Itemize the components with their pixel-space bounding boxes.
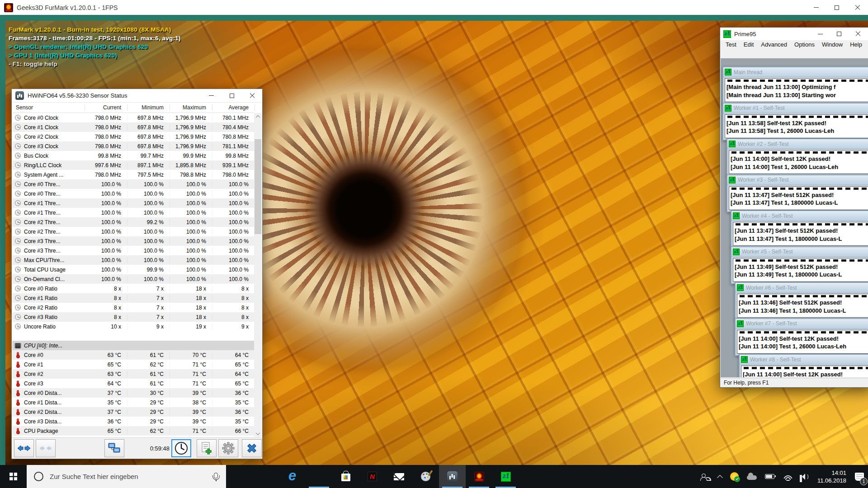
sensor-row[interactable]: Bus Clock99.8 MHz99.7 MHz99.9 MHz99.8 MH… <box>12 151 254 160</box>
child-titlebar[interactable]: 2-1PWorker #7 - Self-Test <box>736 319 868 329</box>
prime95-child-worker-6-self-test[interactable]: 2-1PWorker #6 - Self-Test[Jun 11 13:46] … <box>735 282 868 320</box>
menu-item-advanced[interactable]: Advanced <box>757 40 791 49</box>
sensor-row[interactable]: Uncore Ratio10 x9 x19 x9 x <box>12 322 254 331</box>
sensor-row[interactable]: Core #0 Dista...37 °C30 °C39 °C36 °C <box>12 388 254 398</box>
sensor-row[interactable]: Core #263 °C61 °C71 °C64 °C <box>12 369 254 379</box>
edge-taskbar-button[interactable]: e <box>279 465 306 488</box>
sensor-row[interactable]: Core #0 Thre...100.0 %100.0 %100.0 %100.… <box>12 189 254 198</box>
close-icon[interactable] <box>849 28 868 40</box>
minimize-icon[interactable] <box>811 28 830 40</box>
settings-gear-icon[interactable] <box>218 439 238 457</box>
navigate-arrows-button[interactable] <box>14 439 34 457</box>
sensor-row[interactable]: Core #2 Clock798.0 MHz697.8 MHz1,796.9 M… <box>12 132 254 141</box>
column-header-minimum[interactable]: Minimum <box>127 104 170 111</box>
prime95-child-worker-1-self-test[interactable]: 2-1PWorker #1 - Self-Test[Jun 11 13:58] … <box>722 103 868 141</box>
sensor-row[interactable]: CPU Package65 °C62 °C71 °C66 °C <box>12 426 254 436</box>
minimize-icon[interactable] <box>806 0 826 15</box>
maximize-icon[interactable] <box>826 0 847 15</box>
sensor-row[interactable]: Core #1 Thre...100.0 %100.0 %100.0 %100.… <box>12 208 254 217</box>
column-header-sensor[interactable]: Sensor <box>12 104 85 111</box>
sensor-row[interactable]: Core #3 Dista...36 °C29 °C39 °C35 °C <box>12 417 254 426</box>
prime95-child-worker-2-self-test[interactable]: 2-1PWorker #2 - Self-Test[Jun 11 14:00] … <box>726 138 868 176</box>
collapse-arrows-button[interactable] <box>36 439 56 457</box>
hwinfo-taskbar-button[interactable] <box>439 465 466 488</box>
sensor-row[interactable]: Core #2 Dista...37 °C29 °C39 °C36 °C <box>12 407 254 417</box>
scroll-down-icon[interactable] <box>254 430 262 437</box>
remote-sensors-button[interactable] <box>104 439 124 457</box>
sensor-row[interactable]: On-Demand Cl...100.0 %100.0 %100.0 %100.… <box>12 274 254 284</box>
sensor-row[interactable]: Core #0 Ratio8 x7 x18 x8 x <box>12 284 254 293</box>
mail-taskbar-button[interactable] <box>386 465 412 488</box>
sensor-row[interactable]: Core #3 Thre...100.0 %100.0 %100.0 %100.… <box>12 246 254 255</box>
people-icon[interactable] <box>697 465 714 488</box>
action-center-icon[interactable]: 1 <box>851 465 868 488</box>
maximize-icon[interactable] <box>222 89 242 102</box>
sensor-row[interactable]: Core #165 °C62 °C71 °C65 °C <box>12 360 254 369</box>
child-titlebar[interactable]: 2-1PWorker #8 - Self-Test <box>740 355 868 365</box>
tray-clock[interactable]: 14:01 11.06.2018 <box>813 469 851 484</box>
column-header-current[interactable]: Current <box>85 104 127 111</box>
prime95-child-main-thread[interactable]: 2-1PMain thread[Main thread Jun 11 13:00… <box>722 66 868 104</box>
battery-icon[interactable] <box>761 465 778 488</box>
scroll-up-icon[interactable] <box>254 113 262 120</box>
child-titlebar[interactable]: 2-1PWorker #6 - Self-Test <box>736 283 868 293</box>
column-header-maximum[interactable]: Maximum <box>170 104 212 111</box>
sensor-row[interactable]: Max CPU/Thre...100.0 %100.0 %100.0 %100.… <box>12 255 254 265</box>
microphone-icon[interactable] <box>214 473 218 479</box>
tray-chevron-up-icon[interactable] <box>714 465 726 488</box>
close-icon[interactable] <box>847 0 868 15</box>
sensor-row[interactable]: Core #2 Thre...100.0 %99.2 %100.0 %100.0… <box>12 217 254 227</box>
menu-item-window[interactable]: Window <box>818 40 846 49</box>
sensor-row[interactable]: Core #3 Thre...100.0 %100.0 %100.0 %100.… <box>12 236 254 246</box>
menu-item-help[interactable]: Help <box>846 40 866 49</box>
prime95-child-worker-7-self-test[interactable]: 2-1PWorker #7 - Self-Test[Jun 11 14:00] … <box>735 318 868 356</box>
child-titlebar[interactable]: 2-1PMain thread <box>723 67 868 77</box>
furmark-titlebar[interactable]: Geeks3D FurMark v1.20.0.1 - 1FPS <box>0 0 868 15</box>
store-taskbar-button[interactable] <box>332 465 359 488</box>
netflix-taskbar-button[interactable]: N <box>359 465 386 488</box>
search-box[interactable]: Zur Suche Text hier eingeben <box>27 465 226 488</box>
prime95-child-worker-3-self-test[interactable]: 2-1PWorker #3 - Self-Test[Jun 11 13:47] … <box>726 174 868 212</box>
clock-toggle-button[interactable] <box>171 439 191 457</box>
scrollbar-thumb[interactable] <box>255 139 261 234</box>
prime95-taskbar-button[interactable]: 2-1P <box>492 465 519 488</box>
column-header-average[interactable]: Average <box>212 104 255 111</box>
prime95-child-worker-8-self-test[interactable]: 2-1PWorker #8 - Self-Test[Jun 11 14:00] … <box>739 354 868 377</box>
sensor-row[interactable]: Core #2 Thre...100.0 %100.0 %100.0 %100.… <box>12 227 254 236</box>
menu-item-test[interactable]: Test <box>722 40 740 49</box>
hwinfo-table-header[interactable]: Sensor Current Minimum Maximum Average <box>12 103 254 113</box>
onedrive-icon[interactable] <box>743 465 761 488</box>
sensor-row[interactable]: Core #364 °C61 °C71 °C65 °C <box>12 379 254 388</box>
paint-taskbar-button[interactable] <box>412 465 439 488</box>
child-titlebar[interactable]: 2-1PWorker #4 - Self-Test <box>731 211 868 221</box>
close-sensors-button[interactable] <box>242 439 262 457</box>
sensor-row[interactable]: Core #1 Ratio8 x7 x18 x8 x <box>12 293 254 303</box>
sensor-group-row[interactable]: CPU [#0]: Inte... <box>12 341 254 350</box>
prime95-titlebar[interactable]: 2-1 P Prime95 <box>720 28 868 40</box>
prime95-child-worker-5-self-test[interactable]: 2-1PWorker #5 - Self-Test[Jun 11 13:49] … <box>731 246 868 284</box>
child-titlebar[interactable]: 2-1PWorker #1 - Self-Test <box>723 103 868 113</box>
child-titlebar[interactable]: 2-1PWorker #2 - Self-Test <box>727 139 868 149</box>
report-button[interactable] <box>197 439 217 457</box>
volume-icon[interactable] <box>796 465 813 488</box>
prime95-child-worker-4-self-test[interactable]: 2-1PWorker #4 - Self-Test[Jun 11 13:47] … <box>731 210 868 248</box>
sensor-row[interactable]: Core #3 Clock798.0 MHz697.8 MHz1,796.9 M… <box>12 141 254 151</box>
minimize-icon[interactable] <box>201 89 222 102</box>
hwinfo-scrollbar[interactable] <box>254 113 262 437</box>
sensor-row[interactable]: Core #063 °C61 °C70 °C64 °C <box>12 350 254 360</box>
furmark-taskbar-button[interactable] <box>466 465 492 488</box>
sensor-row[interactable]: Core #0 Clock798.0 MHz697.8 MHz1,796.9 M… <box>12 113 254 122</box>
sensor-row[interactable]: Core #1 Thre...100.0 %100.0 %100.0 %100.… <box>12 198 254 208</box>
sensor-row[interactable]: Ring/LLC Clock997.6 MHz897.1 MHz1,895.8 … <box>12 160 254 170</box>
sensor-row[interactable]: System Agent ...798.0 MHz797.5 MHz798.8 … <box>12 170 254 179</box>
hwinfo-titlebar[interactable]: HWiNFO64 v5.56-3230 Sensor Status <box>12 89 262 103</box>
maximize-icon[interactable] <box>830 28 849 40</box>
start-button[interactable] <box>0 465 27 488</box>
close-icon[interactable] <box>242 89 262 102</box>
sensor-row[interactable]: Core #1 Clock798.0 MHz697.8 MHz1,796.9 M… <box>12 122 254 132</box>
sensor-row[interactable]: Total CPU Usage100.0 %99.9 %100.0 %100.0… <box>12 265 254 274</box>
menu-item-edit[interactable]: Edit <box>740 40 757 49</box>
wifi-icon[interactable] <box>778 465 796 488</box>
task-view-taskbar-button[interactable] <box>252 465 279 488</box>
menu-item-options[interactable]: Options <box>791 40 818 49</box>
